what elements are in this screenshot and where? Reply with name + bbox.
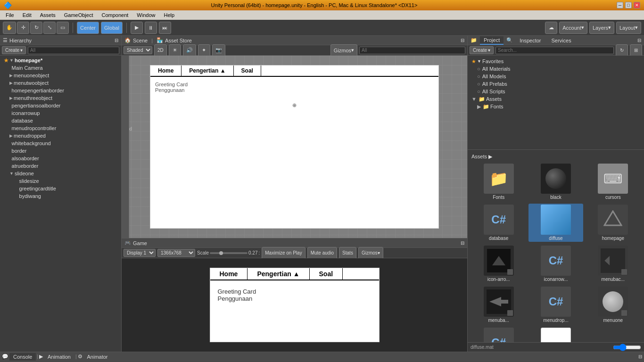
asset-item-cursors[interactable]: ⌨ cursors (586, 163, 640, 201)
mute-audio-button[interactable]: Mute audio (307, 247, 337, 259)
game-nav-pengertian[interactable]: Pengertian ▲ (248, 268, 309, 280)
hierarchy-item-database[interactable]: database (0, 117, 121, 124)
scale-slider[interactable] (210, 252, 248, 254)
layers-button[interactable]: Layers ▾ (589, 22, 614, 34)
hierarchy-item-menuoneobject[interactable]: ▶ menuoneobject (0, 72, 121, 79)
display-dropdown[interactable]: Display 1 (124, 249, 156, 257)
scene-audio-button[interactable]: 🔊 (183, 44, 196, 57)
play-button[interactable]: ▶ (131, 22, 143, 34)
project-view-button[interactable]: ⊞ (630, 44, 642, 57)
console-panel-controls[interactable]: ⊟ (638, 354, 642, 359)
game-nav-home[interactable]: Home (210, 268, 248, 280)
asset-item-fonts[interactable]: 📁 Fonts (471, 163, 526, 201)
pause-button[interactable]: ⏸ (145, 22, 157, 34)
scene-nav-pengertian[interactable]: Pengertian ▲ (182, 66, 233, 76)
hierarchy-item-menudropped[interactable]: ▶ menudropped (0, 132, 121, 140)
hierarchy-item-greetingcardtitle[interactable]: greetingcardtitle (0, 185, 121, 192)
favorites-prefabs[interactable]: ○ All Prefabs (468, 80, 644, 88)
hierarchy-item-alsoaborder[interactable]: alsoaborder (0, 155, 121, 162)
asset-item-iconarrow1[interactable]: icon-arro... (471, 245, 526, 283)
move-tool[interactable]: ✛ (17, 22, 29, 34)
asset-item-menudrop[interactable]: C# menudrop... (528, 286, 583, 324)
asset-item-menuba[interactable]: menuba... (471, 286, 526, 324)
maximize-on-play-button[interactable]: Maximize on Play (262, 247, 305, 259)
menu-window[interactable]: Window (133, 11, 159, 19)
right-panel-controls[interactable]: ⊟ (637, 38, 641, 43)
asset-item-homepage[interactable]: homepage (586, 204, 640, 242)
hierarchy-item-border[interactable]: border (0, 147, 121, 155)
hierarchy-item-whitebackground[interactable]: whitebackground (0, 140, 121, 147)
asset-item-menubac[interactable]: menubac... (586, 245, 640, 283)
step-button[interactable]: ⏭ (159, 22, 171, 34)
minimize-button[interactable]: ─ (617, 2, 623, 8)
hierarchy-pin[interactable]: ⊟ (115, 38, 118, 43)
resolution-dropdown[interactable]: 644x362 (157, 249, 195, 257)
asset-item-database[interactable]: C# database (471, 204, 526, 242)
asset-item-diffuse[interactable]: diffuse (528, 204, 583, 242)
gizmos-button[interactable]: Gizmos ▾ (330, 44, 357, 57)
scene-panel-controls[interactable]: ⊟ (461, 38, 464, 43)
game-gizmos-button[interactable]: Gizmos ▾ (358, 247, 383, 259)
asset-item-menuonecs[interactable]: C# menuone... (471, 327, 526, 342)
scene-search-input[interactable] (359, 47, 465, 54)
assets-fonts-folder[interactable]: ▶ 📁 Fonts (468, 103, 644, 110)
asset-store-title[interactable]: Asset Store (165, 38, 192, 43)
asset-size-slider[interactable] (613, 345, 641, 350)
shading-dropdown[interactable]: Shaded (124, 46, 152, 54)
hand-tool[interactable]: ✋ (3, 22, 16, 34)
asset-item-white[interactable]: white (528, 327, 583, 342)
asset-item-menuone[interactable]: menuone (586, 286, 640, 324)
tab-console[interactable]: Console (9, 353, 36, 361)
cloud-button[interactable]: ☁ (545, 22, 557, 34)
favorites-materials[interactable]: ○ All Materials (468, 65, 644, 73)
tab-inspector[interactable]: Inspector (516, 37, 545, 44)
tab-animation[interactable]: Animation (44, 353, 74, 361)
account-button[interactable]: Account ▾ (559, 22, 587, 34)
tab-services[interactable]: Services (548, 37, 575, 44)
hierarchy-item-homepage[interactable]: ★ ▼ homepage* (0, 57, 121, 64)
hierarchy-item-slideone[interactable]: ▼ slideone (0, 170, 121, 177)
space-button[interactable]: Global (101, 22, 123, 34)
rotate-tool[interactable]: ↻ (30, 22, 42, 34)
hierarchy-item-atrueborder[interactable]: atrueborder (0, 162, 121, 170)
game-panel-controls[interactable]: ⊟ (461, 240, 464, 246)
game-nav-soal[interactable]: Soal (310, 268, 343, 280)
scene-title[interactable]: Scene (133, 38, 148, 43)
hierarchy-item-menutwoobject[interactable]: ▶ menutwoobject (0, 79, 121, 87)
asset-item-black[interactable]: black (528, 163, 583, 201)
menu-component[interactable]: Component (98, 11, 132, 19)
hierarchy-create-button[interactable]: Create ▾ (2, 46, 26, 54)
rect-tool[interactable]: ▭ (57, 22, 69, 34)
hierarchy-item-menudropcontroller[interactable]: menudropcontroller (0, 124, 121, 132)
hierarchy-item-iconarrowup[interactable]: iconarrowup (0, 109, 121, 117)
menu-edit[interactable]: Edit (19, 11, 35, 19)
menu-gameobject[interactable]: GameObject (60, 11, 97, 19)
2d-button[interactable]: 2D (154, 44, 167, 57)
layout-button[interactable]: Layout ▾ (616, 22, 641, 34)
project-search-input[interactable] (495, 47, 614, 54)
hierarchy-search-input[interactable] (28, 47, 119, 54)
asset-item-iconarrow2[interactable]: C# iconarrow... (528, 245, 583, 283)
game-title[interactable]: Game (133, 240, 147, 246)
menu-file[interactable]: File (2, 11, 18, 19)
tab-animator[interactable]: Animator (83, 353, 112, 361)
favorites-models[interactable]: ○ All Models (468, 73, 644, 80)
close-button[interactable]: ✕ (634, 2, 640, 8)
favorites-header[interactable]: ★ ▼ Favorites (468, 58, 644, 65)
scene-fx-button[interactable]: ✦ (198, 44, 210, 57)
stats-button[interactable]: Stats (339, 247, 356, 259)
project-create-button[interactable]: Create ▾ (470, 46, 494, 54)
assets-header[interactable]: ▼ 📁 Assets (468, 95, 644, 103)
scale-tool[interactable]: ⤡ (43, 22, 56, 34)
menu-help[interactable]: Help (160, 11, 178, 19)
hierarchy-item-pengertiansoalborder[interactable]: pengertiansoalborder (0, 102, 121, 109)
scene-nav-home[interactable]: Home (150, 66, 182, 76)
maximize-button[interactable]: □ (625, 2, 632, 8)
tab-project[interactable]: Project (480, 36, 504, 45)
hierarchy-item-bydiwang[interactable]: bydiwang (0, 192, 121, 200)
scene-nav-soal[interactable]: Soal (234, 66, 261, 76)
project-refresh-button[interactable]: ↻ (616, 44, 628, 57)
scene-camera-button[interactable]: 📷 (212, 44, 225, 57)
scene-view[interactable]: d Home Pengertian ▲ Soal Greeting Card P… (122, 56, 467, 238)
hierarchy-item-menuthreeobject[interactable]: ▶ menuthreeobject (0, 94, 121, 102)
